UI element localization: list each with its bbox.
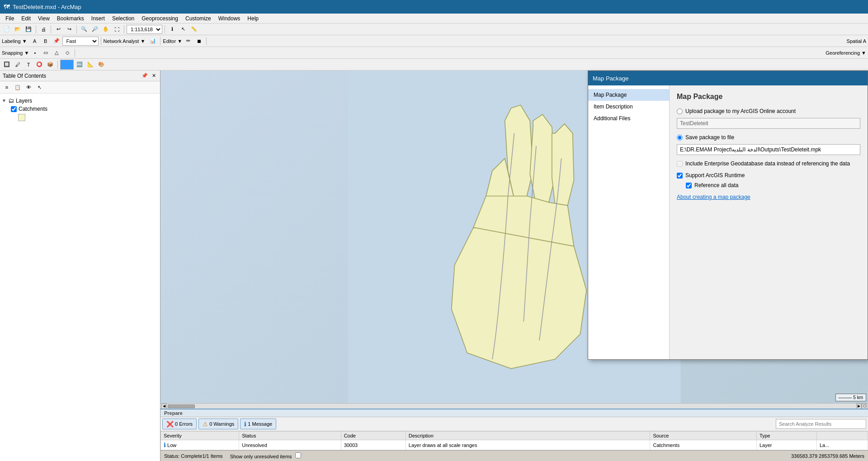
upload-name-input[interactable] bbox=[677, 118, 860, 129]
menu-view[interactable]: View bbox=[34, 14, 53, 23]
label-btn1[interactable]: A bbox=[30, 36, 40, 46]
menu-windows[interactable]: Windows bbox=[215, 14, 244, 23]
nav-map-package[interactable]: Map Package bbox=[588, 89, 669, 101]
status-text: Status: Complete bbox=[164, 453, 202, 459]
save-radio[interactable] bbox=[677, 135, 683, 141]
style-btn4[interactable]: 🎨 bbox=[96, 60, 106, 70]
support-runtime-label[interactable]: Support ArcGIS Runtime bbox=[677, 172, 860, 179]
print-btn[interactable]: 🖨 bbox=[38, 24, 48, 34]
pan-btn[interactable]: ✋ bbox=[101, 24, 111, 34]
toc-title: Table Of Contents bbox=[3, 73, 46, 79]
measure-btn[interactable]: 📏 bbox=[189, 24, 199, 34]
horizontal-scrollbar[interactable]: ◀ ▶ ⬡ bbox=[160, 403, 868, 409]
toc-pin-btn[interactable]: 📌 bbox=[141, 72, 148, 80]
identify-btn[interactable]: ℹ bbox=[167, 24, 177, 34]
enterprise-checkbox[interactable] bbox=[677, 161, 683, 167]
snap-mid-btn[interactable]: ◇ bbox=[62, 48, 72, 58]
show-unresolved-checkbox[interactable] bbox=[295, 452, 301, 458]
error-icon: ❌ bbox=[166, 421, 174, 428]
messages-count: 1 Message bbox=[248, 421, 272, 427]
table-row[interactable]: ℹ Low Unresolved 30003 Layer draws at al… bbox=[161, 440, 868, 450]
scale-combo[interactable]: 1:113,618 bbox=[127, 25, 162, 34]
app-title: TestDeleteit.mxd - ArcMap bbox=[13, 4, 81, 10]
reference-all-label[interactable]: Reference all data bbox=[686, 182, 860, 188]
about-link[interactable]: About creating a map package bbox=[677, 194, 750, 200]
toc-close-btn[interactable]: ✕ bbox=[150, 72, 157, 80]
toc-toolbar: ≡ 📋 👁 ↖ bbox=[0, 81, 160, 94]
menu-edit[interactable]: Edit bbox=[18, 14, 34, 23]
full-extent-btn[interactable]: ⛶ bbox=[112, 24, 122, 34]
support-runtime-checkbox[interactable] bbox=[677, 173, 683, 179]
open-btn[interactable]: 📂 bbox=[13, 24, 23, 34]
layers-icon: 🗂 bbox=[8, 97, 14, 104]
toc-select-btn[interactable]: ↖ bbox=[34, 82, 44, 92]
toolbar-snap: Snapping ▼ • ▭ △ ◇ Georeferencing ▼ bbox=[0, 47, 868, 59]
snap-edge-btn[interactable]: ▭ bbox=[41, 48, 51, 58]
label-btn2[interactable]: B bbox=[41, 36, 51, 46]
menu-insert[interactable]: Insert bbox=[88, 14, 108, 23]
errors-btn[interactable]: ❌ 0 Errors bbox=[162, 419, 197, 429]
style-btn1[interactable] bbox=[60, 60, 74, 70]
analyze-search[interactable] bbox=[776, 419, 866, 429]
draw-btn3[interactable]: T bbox=[24, 60, 33, 70]
warnings-btn[interactable]: ⚠ 0 Warnings bbox=[198, 419, 238, 429]
style-btn3[interactable]: 📐 bbox=[85, 60, 95, 70]
nav-item-description[interactable]: Item Description bbox=[588, 101, 669, 113]
enterprise-label-text: Include Enterprise Geodatabase data inst… bbox=[685, 160, 850, 167]
toc-layers-header[interactable]: ▼ 🗂 Layers bbox=[2, 96, 158, 105]
app-icon: 🗺 bbox=[4, 3, 10, 10]
catchments-checkbox[interactable] bbox=[11, 106, 17, 112]
snapping-label: Snapping ▼ bbox=[2, 50, 29, 56]
enterprise-label[interactable]: Include Enterprise Geodatabase data inst… bbox=[677, 160, 860, 167]
messages-btn[interactable]: ℹ 1 Message bbox=[240, 419, 276, 429]
na-btn1[interactable]: 📊 bbox=[148, 36, 158, 46]
toc-panel: Table Of Contents 📌 ✕ ≡ 📋 👁 ↖ ▼ 🗂 Layers bbox=[0, 71, 160, 461]
scroll-nav-btn[interactable]: ⬡ bbox=[862, 404, 867, 409]
scroll-thumb[interactable] bbox=[168, 405, 195, 408]
draw-btn5[interactable]: 📦 bbox=[45, 60, 55, 70]
col-extra bbox=[816, 432, 868, 440]
save-radio-label[interactable]: Save package to file bbox=[677, 134, 860, 141]
toc-list-btn[interactable]: ≡ bbox=[2, 82, 12, 92]
zoom-in-btn[interactable]: 🔍 bbox=[79, 24, 89, 34]
row-status: Unresolved bbox=[239, 440, 341, 450]
menu-bookmarks[interactable]: Bookmarks bbox=[53, 14, 88, 23]
scroll-left-btn[interactable]: ◀ bbox=[161, 404, 167, 409]
snap-point-btn[interactable]: • bbox=[30, 48, 40, 58]
undo-btn[interactable]: ↩ bbox=[53, 24, 63, 34]
draw-btn4[interactable]: ⭕ bbox=[34, 60, 44, 70]
menu-help[interactable]: Help bbox=[244, 14, 262, 23]
toc-source-btn[interactable]: 📋 bbox=[13, 82, 23, 92]
edit-stop-btn[interactable]: ⏹ bbox=[194, 36, 204, 46]
style-btn2[interactable]: 🔤 bbox=[75, 60, 85, 70]
toc-visibility-btn[interactable]: 👁 bbox=[24, 82, 33, 92]
select-btn[interactable]: ↖ bbox=[178, 24, 188, 34]
draw-btn1[interactable]: 🔲 bbox=[2, 60, 12, 70]
show-only-label: Show only unresolved items bbox=[230, 452, 301, 459]
toc-catchments-item[interactable]: Catchments bbox=[2, 105, 158, 113]
fast-combo[interactable]: Fast bbox=[62, 37, 99, 46]
draw-btn2[interactable]: 🖊 bbox=[13, 60, 23, 70]
save-btn[interactable]: 💾 bbox=[24, 24, 33, 34]
reference-all-checkbox[interactable] bbox=[686, 183, 692, 188]
new-btn[interactable]: 📄 bbox=[2, 24, 12, 34]
zoom-out-btn[interactable]: 🔎 bbox=[90, 24, 100, 34]
save-path-input[interactable] bbox=[677, 144, 860, 155]
dialog-section-title: Map Package bbox=[677, 93, 860, 101]
scroll-right-btn[interactable]: ▶ bbox=[856, 404, 862, 409]
severity-icon: ℹ bbox=[164, 442, 166, 448]
snap-vert-btn[interactable]: △ bbox=[52, 48, 61, 58]
label-btn3[interactable]: 📌 bbox=[52, 36, 61, 46]
menu-customize[interactable]: Customize bbox=[182, 14, 215, 23]
nav-additional-files[interactable]: Additional Files bbox=[588, 113, 669, 124]
menu-selection[interactable]: Selection bbox=[108, 14, 138, 23]
map-package-dialog: Map Package Map Package Item Description… bbox=[588, 71, 868, 360]
edit-start-btn[interactable]: ✏ bbox=[183, 36, 193, 46]
toolbar-draw: 🔲 🖊 T ⭕ 📦 🔤 📐 🎨 bbox=[0, 59, 868, 71]
redo-btn[interactable]: ↪ bbox=[64, 24, 74, 34]
upload-radio[interactable] bbox=[677, 108, 683, 114]
catchments-label: Catchments bbox=[19, 106, 47, 112]
menu-geoprocessing[interactable]: Geoprocessing bbox=[138, 14, 182, 23]
menu-file[interactable]: File bbox=[2, 14, 18, 23]
upload-radio-label[interactable]: Upload package to my ArcGIS Online accou… bbox=[677, 108, 860, 114]
